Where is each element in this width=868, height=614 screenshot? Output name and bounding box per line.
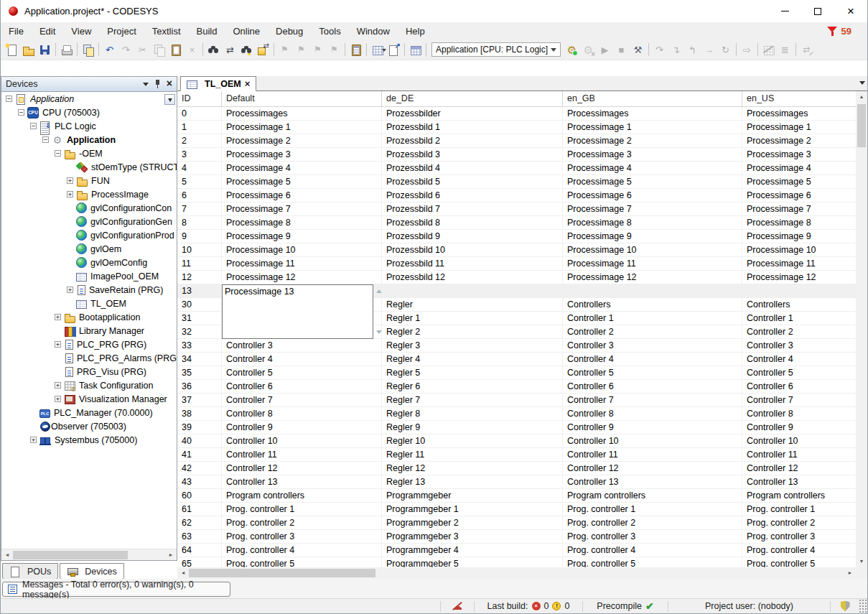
close-button[interactable] — [834, 0, 867, 22]
chevron-down-icon[interactable] — [551, 48, 556, 55]
tree-item-plc-prg-prg[interactable]: +PLC_PRG (PRG) — [1, 338, 177, 351]
tree-item-plc-prg-alarms-prg[interactable]: PLC_PRG_Alarms (PRG) — [1, 351, 177, 365]
expander-icon[interactable]: + — [67, 191, 73, 197]
cell-en-us[interactable]: Processimage 1 — [742, 121, 856, 134]
cell-en-gb[interactable]: Processimage 9 — [563, 230, 742, 243]
cell-en-gb[interactable]: Controller 7 — [563, 394, 742, 406]
logout-button[interactable] — [580, 42, 597, 57]
cell-en-gb[interactable]: Prog. controller 4 — [563, 544, 742, 557]
save-project-button[interactable] — [37, 42, 53, 57]
cell-en-gb[interactable]: Processimage 5 — [563, 175, 742, 188]
cell-default[interactable]: Prog. controller 5 — [222, 557, 382, 567]
cell-en-us[interactable]: Controller 10 — [742, 434, 856, 447]
login-button[interactable] — [564, 42, 580, 57]
cell-en-us[interactable]: Prog. controller 2 — [742, 516, 856, 529]
find-objects-button[interactable] — [238, 42, 255, 57]
next-bookmark-button[interactable] — [309, 42, 326, 57]
editor-tab-tl-oem[interactable]: TL_OEM — [180, 76, 256, 91]
cell-id[interactable]: 62 — [177, 516, 222, 529]
tree-item-visualization-manager[interactable]: +Visualization Manager — [1, 392, 177, 406]
table-row-4[interactable]: 4Processimage 4Prozessbild 4Processimage… — [177, 162, 856, 175]
cell-en-gb[interactable]: Controller 2 — [563, 325, 742, 338]
cell-de-de[interactable]: Prozessbild 7 — [382, 203, 563, 215]
cell-default[interactable]: Prog. controller 1 — [222, 503, 382, 516]
table-row-8[interactable]: 8Processimage 8Prozessbild 8Processimage… — [177, 216, 856, 230]
minimize-button[interactable] — [768, 0, 801, 22]
add-object-button[interactable] — [369, 42, 386, 57]
cell-en-us[interactable]: Prog. controller 4 — [742, 544, 856, 557]
cell-id[interactable]: 1 — [177, 121, 222, 134]
tree-item-gvlconfigurationgen[interactable]: gvlConfigurationGen — [1, 215, 177, 228]
tree-item-cpu-705003[interactable]: −CPU (705003) — [1, 106, 177, 119]
cell-en-us[interactable]: Controller 1 — [742, 312, 856, 325]
cell-de-de[interactable]: Regler 3 — [382, 339, 563, 352]
table-row-39[interactable]: 39Controller 9Regler 9Controller 9Contro… — [177, 421, 856, 434]
table-row-40[interactable]: 40Controller 10Regler 10Controller 10Con… — [177, 434, 856, 448]
cell-default[interactable]: Controller 10 — [222, 434, 382, 447]
cell-en-us[interactable]: Processimages — [742, 107, 856, 120]
scroll-thumb[interactable] — [857, 104, 866, 147]
cell-en-gb[interactable]: Controller 9 — [563, 421, 742, 434]
view-tab-pous[interactable]: POUs — [2, 563, 58, 580]
cell-en-gb[interactable]: Processimage 3 — [563, 148, 742, 161]
cell-en-gb[interactable]: Controller 8 — [563, 407, 742, 420]
cell-id[interactable]: 40 — [177, 434, 222, 447]
table-row-5[interactable]: 5Processimage 5Prozessbild 5Processimage… — [177, 175, 856, 189]
cell-de-de[interactable]: Regler 11 — [382, 448, 563, 461]
run-to-cursor-button[interactable]: → — [701, 42, 717, 57]
cell-id[interactable]: 61 — [177, 503, 222, 516]
cell-en-gb[interactable]: Processimage 12 — [563, 271, 742, 284]
cell-default[interactable]: Processimages — [222, 107, 382, 120]
cell-id[interactable]: 0 — [177, 107, 222, 120]
cell-en-gb[interactable]: Processimage 2 — [563, 134, 742, 147]
scroll-right-icon[interactable]: ► — [165, 549, 177, 561]
tree-item-plc-manager-70-0000[interactable]: PLC_Manager (70.0000) — [1, 406, 177, 419]
tree-item-gvlconfigurationprod[interactable]: gvlConfigurationProd — [1, 228, 177, 242]
step-over-button[interactable]: ↷ — [651, 42, 668, 57]
pin-icon[interactable] — [154, 80, 161, 88]
cell-en-gb[interactable]: Processimage 4 — [563, 162, 742, 175]
tree-item-gvloem[interactable]: gvlOem — [1, 242, 177, 256]
tab-close-icon[interactable] — [245, 79, 251, 89]
cell-id[interactable]: 37 — [177, 394, 222, 406]
cell-id[interactable]: 33 — [177, 339, 222, 352]
table-row-2[interactable]: 2Processimage 2Prozessbild 2Processimage… — [177, 134, 856, 148]
cell-en-gb[interactable]: Prog. controller 5 — [563, 557, 742, 567]
cell-de-de[interactable] — [382, 284, 563, 297]
cell-default[interactable]: Processimage 12 — [222, 271, 382, 284]
cell-de-de[interactable]: Regler 1 — [382, 312, 563, 325]
properties-button[interactable] — [347, 42, 364, 57]
table-row-6[interactable]: 6Processimage 6Prozessbild 6Processimage… — [177, 189, 856, 203]
table-row-9[interactable]: 9Processimage 9Prozessbild 9Processimage… — [177, 230, 856, 243]
print-button[interactable] — [58, 42, 75, 57]
cell-id[interactable]: 42 — [177, 462, 222, 475]
new-project-button[interactable] — [4, 42, 20, 57]
tab-list-dropdown-icon[interactable] — [859, 81, 865, 88]
cell-id[interactable]: 34 — [177, 353, 222, 366]
redo-button[interactable]: ↷ — [118, 42, 134, 57]
expander-icon[interactable]: − — [18, 109, 24, 116]
cell-de-de[interactable]: Regler 6 — [382, 380, 563, 393]
cell-en-us[interactable]: Processimage 6 — [742, 189, 856, 202]
scroll-left-icon[interactable]: ◄ — [177, 567, 189, 579]
cell-default[interactable]: Program controllers — [222, 489, 382, 502]
cell-id[interactable]: 36 — [177, 380, 222, 393]
cell-en-gb[interactable]: Processimage 8 — [563, 216, 742, 229]
replace-objects-button[interactable] — [255, 42, 271, 57]
edit-box-scrollbar[interactable] — [374, 285, 383, 338]
table-row-60[interactable]: 60Program controllersProgrammgeberProgra… — [177, 489, 856, 503]
cell-id[interactable]: 32 — [177, 325, 222, 338]
cell-en-gb[interactable]: Prog. controller 3 — [563, 530, 742, 543]
cell-de-de[interactable]: Prozessbild 5 — [382, 175, 563, 188]
export-button[interactable] — [386, 42, 402, 57]
cell-en-us[interactable]: Processimage 8 — [742, 216, 856, 229]
editor-hscrollbar[interactable]: ◄ ► — [177, 567, 856, 579]
cell-de-de[interactable]: Prozessbild 2 — [382, 134, 563, 147]
expander-icon[interactable]: − — [6, 96, 12, 102]
cell-en-us[interactable]: Processimage 3 — [742, 148, 856, 161]
menu-help[interactable]: Help — [398, 24, 433, 39]
cell-en-us[interactable]: Controller 2 — [742, 325, 856, 338]
cell-en-us[interactable]: Controller 4 — [742, 353, 856, 366]
table-row-1[interactable]: 1Processimage 1Prozessbild 1Processimage… — [177, 121, 856, 134]
cell-de-de[interactable]: Prozessbild 12 — [382, 271, 563, 284]
